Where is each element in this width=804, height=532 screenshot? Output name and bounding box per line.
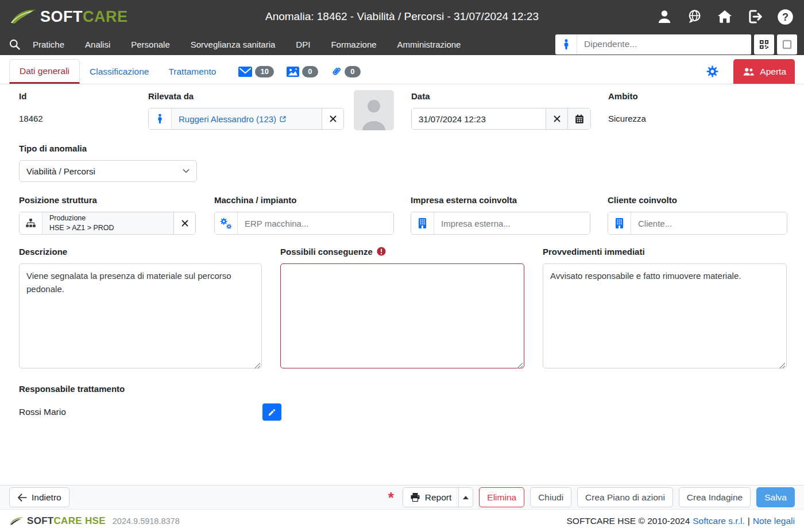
form-content: Id 18462 Rilevata da Ruggeri Alessandro … <box>0 84 804 485</box>
images-counter[interactable]: 0 <box>286 59 318 84</box>
measures-textarea[interactable]: Avvisato responsabile e fatto rimuovere … <box>543 263 787 368</box>
caret-up-icon <box>463 496 469 499</box>
pencil-icon <box>268 408 276 417</box>
customer-input[interactable] <box>631 212 787 234</box>
settings-gear-icon[interactable] <box>706 65 718 77</box>
qr-code-icon <box>759 40 769 49</box>
tab-trattamento[interactable]: Trattamento <box>159 59 226 84</box>
legal-notes-link[interactable]: Note legali <box>753 516 795 526</box>
nav-item-personale[interactable]: Personale <box>131 40 170 49</box>
status-aperta-button[interactable]: Aperta <box>733 59 795 84</box>
customer-field <box>608 212 787 235</box>
position-value-name: Produzione <box>49 214 86 223</box>
detected-by-field: Ruggeri Alessandro (123) <box>148 108 344 130</box>
attachments-counter[interactable]: 0 <box>330 59 361 84</box>
tab-dati-generali[interactable]: Dati generali <box>9 59 80 84</box>
description-label: Descrizione <box>19 246 280 257</box>
app-footer: SOFTCARE HSE 2024.9.5918.8378 SOFTCARE H… <box>0 509 804 532</box>
search-icon[interactable] <box>9 39 20 50</box>
external-company-label: Impresa esterna coinvolta <box>411 195 608 205</box>
report-dropdown-toggle[interactable] <box>458 488 473 507</box>
nav-item-formazione[interactable]: Formazione <box>331 40 376 49</box>
sitemap-icon <box>20 212 42 234</box>
app-version: 2024.9.5918.8378 <box>113 517 180 526</box>
person-icon <box>149 108 172 129</box>
create-action-plan-button[interactable]: Crea Piano di azioni <box>577 487 673 507</box>
main-nav: Pratiche Analisi Personale Sorveglianza … <box>0 33 804 55</box>
scope-value: Sicurezza <box>608 108 787 123</box>
position-field: Produzione HSE > AZ1 > PROD <box>19 212 196 235</box>
close-icon <box>330 115 337 122</box>
attachments-count-badge: 0 <box>345 66 361 77</box>
save-button[interactable]: Salva <box>756 487 795 507</box>
detected-by-link[interactable]: Ruggeri Alessandro (123) <box>179 114 276 124</box>
treatment-manager-label: Responsabile trattamento <box>19 383 787 394</box>
window-toggle-button[interactable] <box>777 34 797 55</box>
employee-search-input[interactable] <box>577 34 751 55</box>
customer-label: Cliente coinvolto <box>608 195 787 205</box>
svg-text:?: ? <box>782 11 788 22</box>
report-button[interactable]: Report <box>403 488 459 507</box>
edit-manager-button[interactable] <box>262 403 281 421</box>
position-label: Posizione struttura <box>19 195 214 205</box>
position-clear-button[interactable] <box>173 212 195 234</box>
nav-item-pratiche[interactable]: Pratiche <box>33 40 64 49</box>
record-tabbar: Dati generali Classificazione Trattament… <box>0 55 804 84</box>
footer-logo: SOFTCARE HSE 2024.9.5918.8378 <box>9 515 180 527</box>
messages-counter[interactable]: 10 <box>238 59 273 84</box>
paperclip-icon <box>330 65 342 77</box>
nav-item-dpi[interactable]: DPI <box>296 40 310 49</box>
create-investigation-button[interactable]: Crea Indagine <box>679 487 751 507</box>
brand-swoosh-icon <box>9 515 24 527</box>
logout-icon[interactable] <box>747 9 764 25</box>
close-icon <box>181 220 188 227</box>
report-split-button: Report <box>403 487 474 507</box>
date-clear-button[interactable] <box>546 108 567 129</box>
building-icon <box>608 212 631 234</box>
required-warning-icon <box>377 247 386 256</box>
copyright-text: SOFTCARE HSE © 2010-2024 <box>567 516 690 526</box>
printer-icon <box>410 492 420 502</box>
machine-input[interactable] <box>238 212 393 234</box>
avatar <box>354 90 394 130</box>
image-icon <box>286 66 300 77</box>
chevron-down-icon <box>183 169 190 173</box>
app-header: Anomalia: 18462 - Viabilità / Percorsi -… <box>0 0 804 55</box>
delete-button[interactable]: Elimina <box>479 487 524 507</box>
consequences-textarea[interactable] <box>280 263 524 368</box>
anomaly-type-select[interactable]: Viabilità / Percorsi <box>19 160 197 182</box>
measures-label: Provvedimenti immediati <box>543 246 787 257</box>
scope-label: Ambito <box>608 91 787 101</box>
brand-swoosh-icon <box>10 7 37 26</box>
external-company-field <box>411 212 590 235</box>
detected-by-clear-button[interactable] <box>322 108 343 129</box>
employee-search-group <box>555 34 751 55</box>
back-button[interactable]: Indietro <box>9 487 69 507</box>
company-link[interactable]: Softcare s.r.l. <box>693 516 744 526</box>
external-company-input[interactable] <box>434 212 590 234</box>
external-link-icon[interactable] <box>279 115 287 123</box>
date-input[interactable] <box>412 108 546 129</box>
help-icon[interactable]: ? <box>777 9 794 25</box>
language-globe-icon[interactable] <box>686 9 703 25</box>
home-icon[interactable] <box>716 9 733 25</box>
id-label: Id <box>19 91 148 101</box>
user-profile-icon[interactable] <box>656 9 672 25</box>
date-calendar-button[interactable] <box>567 108 590 129</box>
messages-count-badge: 10 <box>255 66 273 77</box>
nav-item-sorveglianza-sanitaria[interactable]: Sorveglianza sanitaria <box>191 40 276 49</box>
building-icon <box>411 212 434 234</box>
square-icon <box>782 40 792 49</box>
nav-item-amministrazione[interactable]: Amministrazione <box>397 40 461 49</box>
consequences-label: Possibili conseguenze <box>280 247 373 257</box>
machine-label: Macchina / impianto <box>214 195 411 205</box>
description-textarea[interactable]: Viene segnalata la presenza di materiale… <box>19 263 262 368</box>
machine-field <box>214 212 394 235</box>
app-logo[interactable]: SOFTCARE <box>10 7 128 26</box>
nav-item-analisi[interactable]: Analisi <box>85 40 110 49</box>
images-count-badge: 0 <box>302 66 318 77</box>
tab-classificazione[interactable]: Classificazione <box>80 59 159 84</box>
qr-scan-button[interactable] <box>754 34 774 55</box>
gears-icon <box>215 212 238 234</box>
close-record-button[interactable]: Chiudi <box>530 487 571 507</box>
